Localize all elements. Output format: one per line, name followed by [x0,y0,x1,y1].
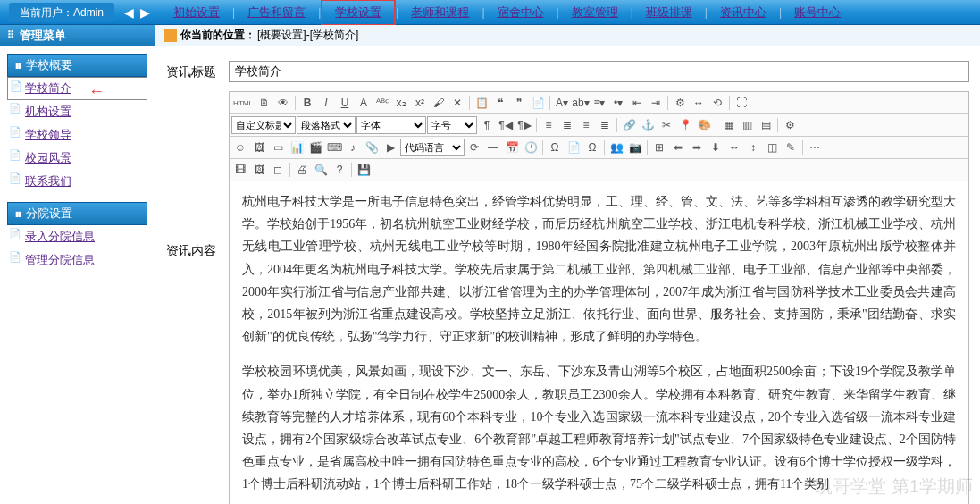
find-icon[interactable]: 🔍 [312,161,330,179]
bg-icon[interactable]: ab▾ [572,94,590,112]
sidebar-link-校园风景[interactable]: 校园风景 [25,151,71,164]
media-icon[interactable]: ▶ [381,139,399,156]
clipboard-icon[interactable]: 📄 [529,94,547,112]
hr-icon[interactable]: — [484,139,502,156]
image-icon[interactable]: 🖼 [250,139,268,156]
nav-宿舍中心[interactable]: 宿舍中心 [485,1,557,24]
title-input[interactable] [229,61,969,82]
sidebar-item-学校领导[interactable]: 学校领导 [7,123,147,147]
sidebar-link-学校领导[interactable]: 学校领导 [25,128,71,141]
more-icon[interactable]: ⋯ [806,139,824,156]
frame-icon[interactable]: ▭ [269,139,287,156]
nav-资讯中心[interactable]: 资讯中心 [708,1,779,24]
select-format[interactable]: 段落格式 [297,116,356,134]
snap-icon[interactable]: 📷 [626,139,644,156]
chart-icon[interactable]: 📊 [288,139,306,156]
nav-广告和留言[interactable]: 广告和留言 [235,1,318,24]
canvas-icon[interactable]: ◻ [269,161,287,179]
editor-body[interactable]: 杭州电子科技大学是一所电子信息特色突出，经管学科优势明显，工、理、经、管、文、法… [230,181,968,504]
help-icon[interactable]: ? [331,161,348,179]
page-icon[interactable]: 📄 [565,139,582,156]
indent-r[interactable]: ⇥ [647,94,665,112]
sidebar-item-学校简介[interactable]: 学校简介← [7,77,147,100]
A̲[interactable]: A [355,94,373,112]
select-font[interactable]: 字体 [356,116,426,134]
layout-icon[interactable]: ▦ [719,116,737,134]
nav-班级排课[interactable]: 班级排课 [633,1,705,24]
tbledit-icon[interactable]: ✎ [782,139,800,156]
cols-icon[interactable]: ▥ [738,116,756,134]
cog-icon[interactable]: ⚙ [781,116,799,134]
link-icon[interactable]: 🔗 [620,116,638,134]
align-r[interactable]: ≡ [577,116,595,134]
cellbg-icon[interactable]: ◫ [763,139,781,156]
autofmt-icon[interactable]: ⟲ [708,94,726,112]
nav-账号中心[interactable]: 账号中心 [782,1,853,24]
anchor-icon[interactable]: ⚓ [639,116,657,134]
sidebar-item-联系我们[interactable]: 联系我们 [7,170,147,193]
nav-left-icon[interactable]: ◀ [121,3,136,22]
fullscreen-icon[interactable]: ⛶ [733,94,750,112]
para-l[interactable]: ¶◀ [497,116,515,134]
sidebar-link-录入分院信息[interactable]: 录入分院信息 [25,230,95,243]
gallery-icon[interactable]: 🖼 [250,161,268,179]
B[interactable]: B [298,94,316,112]
nav-学校设置[interactable]: 学校设置 [321,0,396,26]
brush-icon[interactable]: 🖌 [430,94,448,112]
code-icon[interactable]: ⌨ [325,139,343,156]
smiley-icon[interactable]: ☺ [231,139,249,156]
sidebar-item-管理分院信息[interactable]: 管理分院信息 [7,248,147,272]
sidebar-link-学校简介[interactable]: 学校简介 [25,81,71,95]
quote-l[interactable]: ❝ [491,94,509,112]
mergel-icon[interactable]: ⬅ [669,139,687,156]
list-num[interactable]: ≡▾ [591,94,608,112]
select-style[interactable]: 自定义标题 [231,116,296,134]
rtl-icon[interactable]: ↔ [690,94,708,112]
clear-icon[interactable]: ✕ [448,94,466,112]
sidebar-link-机构设置[interactable]: 机构设置 [25,105,71,118]
sidebar-link-管理分院信息[interactable]: 管理分院信息 [25,253,95,266]
refresh-icon[interactable]: ⟳ [465,139,483,156]
pilcrow[interactable]: ¶ [478,116,496,134]
nav-right-icon[interactable]: ▶ [138,3,152,22]
sidebar-item-校园风景[interactable]: 校园风景 [7,147,147,170]
x²[interactable]: x² [411,94,429,112]
tableins-icon[interactable]: ⊞ [650,139,668,156]
date-icon[interactable]: 📅 [503,139,521,156]
users-icon[interactable]: 👥 [607,139,625,156]
I[interactable]: I [317,94,335,112]
special-icon[interactable]: Ω [546,139,564,156]
list-bullet[interactable]: •▾ [609,94,627,112]
attach-icon[interactable]: 📎 [363,139,381,156]
time-icon[interactable]: 🕐 [522,139,540,156]
align-l[interactable]: ≡ [540,116,557,134]
custom-icon[interactable]: ⚙ [671,94,689,112]
select-size[interactable]: 字号 [427,116,477,134]
map-icon[interactable]: 📍 [676,116,694,134]
sidebar-item-录入分院信息[interactable]: 录入分院信息 [7,225,147,248]
draft-icon[interactable]: 💾 [355,161,373,179]
quote-r[interactable]: ❞ [510,94,528,112]
merged-icon[interactable]: ⬇ [707,139,725,156]
nav-初始设置[interactable]: 初始设置 [161,1,232,24]
x₂[interactable]: x₂ [392,94,410,112]
film-icon[interactable]: 🎞 [231,161,249,179]
preview-icon[interactable]: 👁 [274,94,292,112]
palette-icon[interactable]: 🎨 [695,116,713,134]
table-icon[interactable]: ▤ [757,116,775,134]
A[interactable]: A▾ [553,94,571,112]
merger-icon[interactable]: ➡ [688,139,706,156]
U[interactable]: U [336,94,354,112]
splith-icon[interactable]: ↔ [725,139,743,156]
unlink-icon[interactable]: ✂ [658,116,675,134]
music-icon[interactable]: ♪ [344,139,362,156]
HTML[interactable]: HTML [231,94,255,112]
video-icon[interactable]: 🎬 [306,139,324,156]
select-codelang[interactable]: 代码语言 [400,139,465,156]
nav-老师和课程[interactable]: 老师和课程 [398,1,482,24]
content-paragraph[interactable]: 学校校园环境优美，风景如画，现设下沙、文一、东岳、下沙东及青山湖等5个校区，占地… [242,360,956,495]
print-icon[interactable]: 🖨 [293,161,311,179]
paste-icon[interactable]: 📋 [473,94,490,112]
sidebar-item-机构设置[interactable]: 机构设置 [7,100,147,123]
view-icon[interactable]: 🗎 [255,94,273,112]
